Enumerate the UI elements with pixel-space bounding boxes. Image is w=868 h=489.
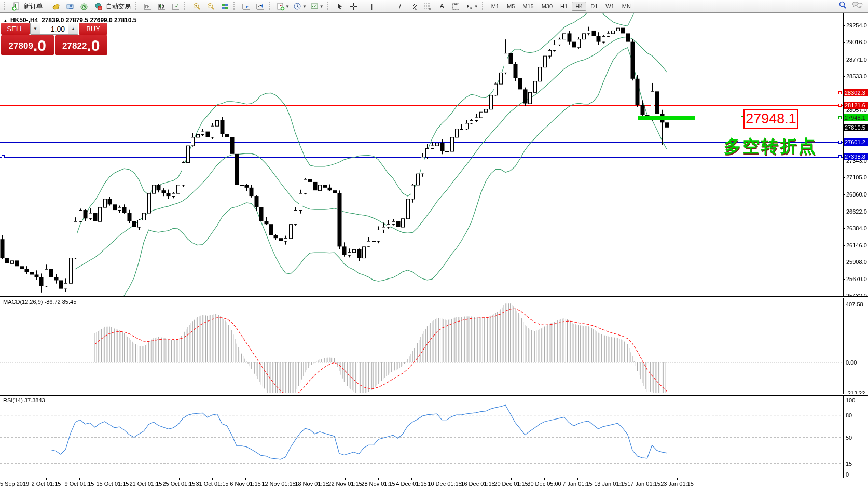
- tab-timeframe-m5[interactable]: M5: [503, 2, 518, 11]
- toolbar-grip[interactable]: [135, 2, 139, 10]
- vertical-line-icon[interactable]: |: [365, 1, 379, 11]
- toolbar-grip[interactable]: [482, 2, 486, 10]
- toolbar-grip[interactable]: [184, 2, 188, 10]
- signals-icon[interactable]: [77, 1, 91, 11]
- buy-button[interactable]: BUY: [79, 23, 107, 35]
- time-axis-label: 13 Jan 01:15: [594, 481, 627, 487]
- tile-windows-icon[interactable]: [218, 1, 231, 11]
- dropdown-arrow-icon: ▼: [320, 4, 324, 9]
- line-handle[interactable]: [838, 104, 842, 107]
- time-axis-label: 15 Oct 01:15: [97, 481, 129, 487]
- price-axis-tick-label: 25908.0: [846, 259, 867, 265]
- tab-timeframe-mn[interactable]: MN: [618, 2, 635, 11]
- macd-panel-separator[interactable]: [0, 296, 868, 298]
- trendline-icon[interactable]: /: [393, 1, 407, 11]
- tab-timeframe-d1[interactable]: D1: [587, 2, 601, 11]
- time-axis-label: 6 Nov 01:15: [230, 481, 260, 487]
- price-axis-tick-label: 26622.0: [846, 208, 867, 215]
- time-axis-label: 7 Jan 01:15: [562, 481, 593, 487]
- channel-icon[interactable]: E: [407, 1, 421, 11]
- price-axis-tick-label: 26860.0: [846, 191, 867, 198]
- buy-price-button[interactable]: 27822.0: [55, 35, 108, 55]
- time-axis-label: 28 Nov 01:15: [361, 481, 395, 487]
- add-indicator-icon[interactable]: ▼: [274, 1, 291, 11]
- label-tool-icon[interactable]: T: [449, 1, 463, 11]
- mt4-window: 新订单 自动交易: [0, 0, 868, 489]
- time-axis-tick: [577, 478, 578, 480]
- line-handle[interactable]: [2, 155, 5, 158]
- toolbar-grip[interactable]: [4, 2, 7, 10]
- time-axis-tick: [79, 478, 80, 480]
- line-chart-icon[interactable]: [169, 1, 182, 11]
- line-handle[interactable]: [838, 116, 842, 119]
- toolbar-grip[interactable]: [233, 2, 237, 10]
- periods-icon[interactable]: ▼: [292, 1, 308, 11]
- time-axis-tick: [544, 478, 545, 480]
- candlestick-chart-icon[interactable]: [155, 1, 168, 11]
- time-axis-label: 23 Jan 01:15: [660, 481, 694, 487]
- chat-icon[interactable]: [851, 1, 863, 11]
- fibonacci-icon[interactable]: F: [421, 1, 435, 11]
- line-handle[interactable]: [838, 155, 842, 158]
- time-axis-label: 12 Nov 01:15: [261, 481, 295, 487]
- toolbar-grip[interactable]: [327, 2, 331, 10]
- tab-timeframe-m1[interactable]: M1: [488, 2, 503, 11]
- search-icon[interactable]: [838, 1, 847, 12]
- price-callout-label[interactable]: 27948.1: [743, 109, 798, 129]
- time-axis-label: 2 Oct 01:15: [32, 481, 61, 487]
- autotrading-label[interactable]: 自动交易: [105, 2, 133, 11]
- sell-price-main: 27809: [9, 38, 33, 54]
- dropdown-arrow-icon: ▼: [474, 4, 478, 9]
- price-badge-27601.2: 27601.2: [844, 138, 868, 146]
- crosshair-icon[interactable]: [347, 1, 361, 11]
- price-badge-27398.8: 27398.8: [844, 153, 868, 160]
- publisher-icon[interactable]: [63, 1, 77, 11]
- time-axis-tick: [13, 478, 13, 480]
- bar-chart-icon[interactable]: [141, 1, 154, 11]
- tab-timeframe-w1[interactable]: W1: [602, 2, 618, 11]
- sell-price-button[interactable]: 27809.0: [1, 35, 54, 55]
- time-axis-label: 25 Sep 2019: [0, 481, 29, 487]
- dropdown-arrow-icon: ▼: [302, 4, 307, 9]
- auto-scroll-icon[interactable]: [239, 1, 253, 11]
- new-order-label[interactable]: 新订单: [23, 2, 45, 11]
- svg-text:E: E: [415, 7, 417, 10]
- tab-timeframe-h1[interactable]: H1: [557, 2, 571, 11]
- time-axis-tick: [411, 478, 412, 480]
- text-tool-icon[interactable]: A: [435, 1, 449, 11]
- autotrading-icon[interactable]: [91, 1, 105, 11]
- volume-input[interactable]: 1.00: [40, 23, 68, 34]
- sell-button[interactable]: SELL: [1, 23, 30, 35]
- arrows-tool-icon[interactable]: ▼: [463, 1, 480, 11]
- price-badge-27948.1: 27948.1: [844, 114, 868, 121]
- chart-shift-icon[interactable]: [253, 1, 267, 11]
- cursor-icon[interactable]: [333, 1, 347, 11]
- tab-timeframe-h4[interactable]: H4: [572, 2, 586, 11]
- line-handle[interactable]: [838, 141, 842, 144]
- volume-increase-button[interactable]: ▲: [68, 23, 78, 34]
- line-handle[interactable]: [838, 91, 842, 94]
- templates-icon[interactable]: ▼: [309, 1, 325, 11]
- price-axis-border: [843, 13, 844, 478]
- price-axis-tick-label: 28771.0: [846, 57, 867, 63]
- new-order-icon[interactable]: [9, 1, 23, 11]
- tab-timeframe-m30[interactable]: M30: [538, 2, 556, 11]
- toolbar-grip[interactable]: [269, 2, 272, 10]
- price-axis-tick-label: 26384.0: [846, 225, 867, 231]
- turning-point-text[interactable]: 多空转折点: [724, 135, 817, 158]
- price-axis-tick-label: 25670.0: [846, 276, 867, 282]
- time-axis-label: 9 Oct 01:15: [65, 481, 94, 487]
- volume-decrease-button[interactable]: ▼: [31, 23, 40, 34]
- tab-timeframe-m15[interactable]: M15: [519, 2, 537, 11]
- horizontal-line-icon[interactable]: —: [379, 1, 393, 11]
- thick-green-trend-segment[interactable]: [638, 116, 695, 120]
- zoom-out-icon[interactable]: [204, 1, 217, 11]
- chart-canvas[interactable]: [0, 0, 868, 489]
- zoom-in-icon[interactable]: [190, 1, 203, 11]
- main-toolbar: 新订单 自动交易: [0, 0, 868, 13]
- rsi-panel-separator[interactable]: [0, 394, 868, 396]
- marketwatch-icon[interactable]: [49, 1, 63, 11]
- time-axis-label: 18 Nov 01:15: [295, 481, 328, 487]
- price-badge-27810.5: 27810.5: [844, 124, 868, 131]
- price-badge-28302.3: 28302.3: [844, 89, 868, 96]
